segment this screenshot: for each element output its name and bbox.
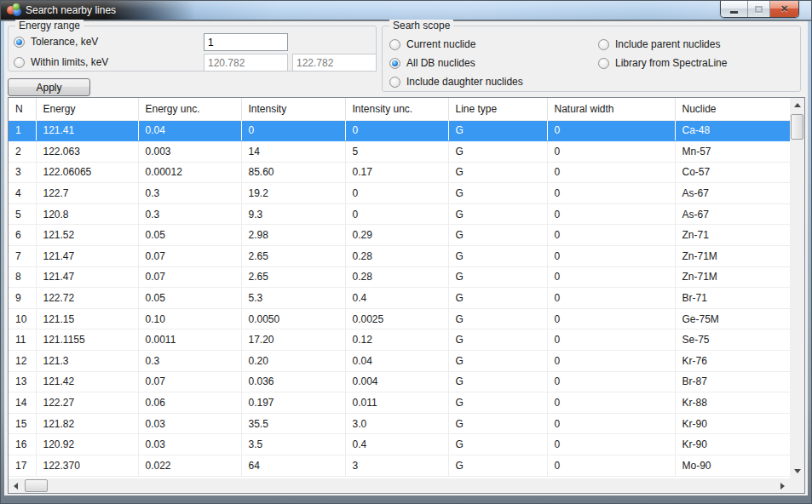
table-cell[interactable]: 0.29 [345,225,448,246]
table-row[interactable]: 9122.720.055.30.4G0Br-71 [9,288,790,309]
table-cell[interactable]: 14 [9,392,36,414]
table-cell[interactable]: 0 [547,455,675,477]
scroll-up-button[interactable] [790,98,804,112]
table-cell[interactable]: G [448,246,547,267]
scope-option-library-from-spectraline[interactable]: Library from SpectraLine [598,54,727,72]
table-row[interactable]: 4122.70.319.20G0As-67 [9,183,790,204]
table-cell[interactable]: G [448,308,547,329]
tolerance-radio[interactable] [14,37,25,48]
table-row[interactable]: 13121.420.070.0360.004G0Br-87 [9,371,790,392]
radio-icon[interactable] [389,58,400,69]
table-cell[interactable]: 3.5 [241,434,345,455]
table-cell[interactable]: 0 [241,120,345,141]
table-cell[interactable]: 0.4 [345,288,448,309]
scope-option-include-daughter-nuclides[interactable]: Include daughter nuclides [389,73,523,90]
table-cell[interactable]: 0.05 [138,288,241,309]
table-cell[interactable]: 0 [345,203,448,225]
scope-option-all-db-nuclides[interactable]: All DB nuclides [389,54,475,72]
table-cell[interactable]: Se-75 [675,329,790,351]
table-cell[interactable]: G [448,413,547,434]
table-cell[interactable]: G [448,162,547,183]
table-cell[interactable]: 0 [547,141,675,163]
table-cell[interactable]: 3.0 [345,413,448,434]
table-cell[interactable]: Kr-90 [675,434,790,455]
table-cell[interactable]: 35.5 [241,413,345,434]
table-cell[interactable]: G [448,120,547,141]
table-cell[interactable]: 0.04 [345,351,448,372]
table-cell[interactable]: 0.3 [138,183,241,204]
tolerance-radio-row[interactable]: Tolerance, keV [14,33,98,50]
table-cell[interactable]: 122.72 [36,288,138,309]
table-cell[interactable]: 0.3 [138,351,241,372]
horizontal-scroll-thumb[interactable] [25,479,48,492]
table-row[interactable]: 2122.0630.003145G0Mn-57 [9,141,790,163]
table-cell[interactable]: 0 [547,225,675,246]
table-cell[interactable]: G [448,141,547,163]
table-cell[interactable]: G [448,329,547,351]
table-cell[interactable]: 0 [345,120,448,141]
table-cell[interactable]: Zn-71M [675,266,790,288]
table-cell[interactable]: G [448,392,547,414]
table-cell[interactable]: Kr-88 [675,392,790,414]
table-cell[interactable]: Mo-90 [675,455,790,477]
table-cell[interactable]: 120.8 [36,203,138,225]
within-limits-radio-row[interactable]: Within limits, keV [14,54,108,71]
table-cell[interactable]: G [448,203,547,225]
scroll-left-button[interactable] [9,478,23,493]
table-row[interactable]: 11121.11550.001117.200.12G0Se-75 [9,329,790,351]
table-cell[interactable]: 0.10 [138,308,241,329]
table-cell[interactable]: 10 [9,308,36,329]
within-limits-radio[interactable] [14,57,25,68]
table-cell[interactable]: 0 [547,266,675,288]
table-cell[interactable]: As-67 [675,183,790,204]
table-cell[interactable]: 0.07 [138,371,241,392]
table-cell[interactable]: 0 [547,351,675,372]
table-cell[interactable]: Ge-75M [675,308,790,329]
table-cell[interactable]: 15 [9,413,36,434]
table-cell[interactable]: 0.20 [241,351,345,372]
table-cell[interactable]: Co-57 [675,162,790,183]
column-header[interactable]: Intensity unc. [345,98,448,120]
table-cell[interactable]: 5 [9,203,36,225]
table-cell[interactable]: 0.0011 [138,329,241,351]
table-cell[interactable]: G [448,434,547,455]
table-cell[interactable]: 0 [547,413,675,434]
apply-button[interactable]: Apply [8,78,90,96]
table-cell[interactable]: 121.52 [36,225,138,246]
table-cell[interactable]: 0.12 [345,329,448,351]
table-cell[interactable]: 120.92 [36,434,138,455]
radio-icon[interactable] [389,77,400,88]
table-cell[interactable]: G [448,288,547,309]
table-row[interactable]: 8121.470.072.650.28G0Zn-71M [9,266,790,288]
scope-option-include-parent-nuclides[interactable]: Include parent nuclides [598,36,720,53]
table-row[interactable]: 14122.270.060.1970.011G0Kr-88 [9,392,790,414]
table-cell[interactable]: 122.063 [36,141,138,163]
table-cell[interactable]: 9.3 [241,203,345,225]
table-cell[interactable]: 122.370 [36,455,138,477]
scope-option-current-nuclide[interactable]: Current nuclide [389,36,475,53]
tolerance-input[interactable] [204,33,288,51]
column-header[interactable]: N [9,98,36,120]
table-cell[interactable]: 122.27 [36,392,138,414]
table-cell[interactable]: 0.03 [138,434,241,455]
table-cell[interactable]: G [448,183,547,204]
table-cell[interactable]: G [448,455,547,477]
table-row[interactable]: 10121.150.100.00500.0025G0Ge-75M [9,308,790,329]
table-row[interactable]: 5120.80.39.30G0As-67 [9,203,790,225]
close-button[interactable]: ✕ [770,1,798,17]
table-cell[interactable]: 121.3 [36,351,138,372]
table-row[interactable]: 7121.470.072.650.28G0Zn-71M [9,246,790,267]
table-cell[interactable]: 0 [547,120,675,141]
radio-icon[interactable] [389,39,400,50]
table-cell[interactable]: 12 [9,351,36,372]
titlebar[interactable]: Search nearby lines [1,1,811,20]
table-cell[interactable]: 5 [345,141,448,163]
limit-low-input[interactable] [204,54,288,72]
table-cell[interactable]: 0.004 [345,371,448,392]
table-cell[interactable]: 3 [9,162,36,183]
table-cell[interactable]: 122.7 [36,183,138,204]
column-header[interactable]: Energy unc. [138,98,241,120]
vertical-scroll-thumb[interactable] [791,114,803,140]
table-cell[interactable]: 0 [345,183,448,204]
table-cell[interactable]: 0.03 [138,413,241,434]
